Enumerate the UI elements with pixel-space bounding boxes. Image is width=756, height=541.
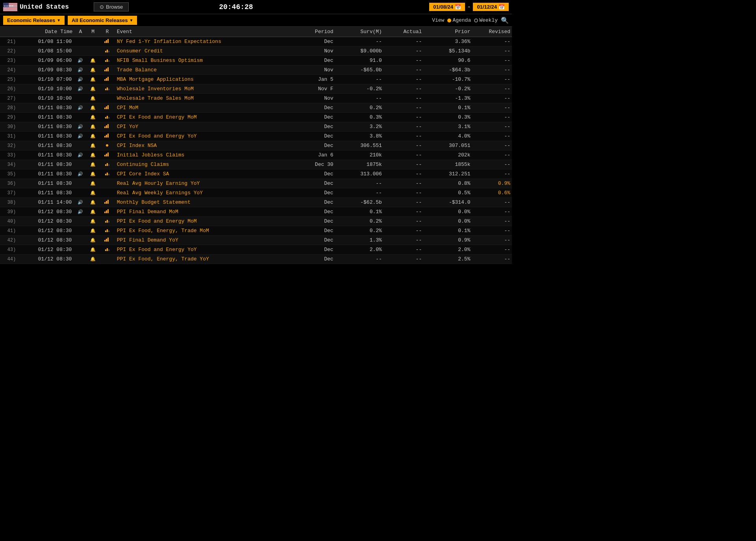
row-datetime: 01/08 11:00 <box>17 37 74 46</box>
col-r: R <box>99 27 115 37</box>
row-alert: 🔔 <box>87 75 99 84</box>
row-actual: -- <box>384 198 423 207</box>
table-row[interactable]: 34) 01/11 08:30 🔔 Continuing Claims Dec … <box>0 160 512 169</box>
row-importance <box>99 75 115 84</box>
row-actual: -- <box>384 132 423 141</box>
row-surv: -0.2% <box>335 84 384 94</box>
svg-rect-63 <box>107 238 109 242</box>
agenda-radio[interactable]: Agenda <box>447 17 471 23</box>
table-row[interactable]: 38) 01/11 14:00 🔊 🔔 Monthly Budget State… <box>0 198 512 207</box>
subcategory-dropdown-arrow: ▼ <box>129 18 133 22</box>
row-event[interactable]: NFIB Small Business Optimism <box>115 56 298 65</box>
table-row[interactable]: 26) 01/10 10:00 🔊 🔔 Wholesale Inventorie… <box>0 84 512 94</box>
row-event[interactable]: CPI MoM <box>115 103 298 113</box>
row-event[interactable]: PPI Ex Food and Energy MoM <box>115 217 298 226</box>
category-dropdown[interactable]: Economic Releases ▼ <box>3 16 65 25</box>
row-revised: -- <box>472 207 512 217</box>
table-row[interactable]: 32) 01/11 08:30 🔔 CPI Index NSA Dec 306.… <box>0 141 512 151</box>
table-row[interactable]: 21) 01/08 11:00 NY Fed 1-Yr Inflation Ex… <box>0 37 512 46</box>
table-row[interactable]: 43) 01/12 08:30 🔔 PPI Ex Food and Energy… <box>0 245 512 255</box>
browse-button[interactable]: ⊙ Browse <box>94 2 129 11</box>
svg-rect-13 <box>107 50 108 52</box>
row-event[interactable]: Consumer Credit <box>115 46 298 56</box>
table-row[interactable]: 30) 01/11 08:30 🔊 🔔 CPI YoY Dec 3.2% -- … <box>0 122 512 132</box>
row-event[interactable]: Wholesale Trade Sales MoM <box>115 94 298 103</box>
table-row[interactable]: 29) 01/11 08:30 🔔 CPI Ex Food and Energy… <box>0 113 512 122</box>
row-event[interactable]: Monthly Budget Statement <box>115 198 298 207</box>
date-to-button[interactable]: 01/12/24 📅 <box>473 3 509 11</box>
row-event[interactable]: Continuing Claims <box>115 160 298 169</box>
table-row[interactable]: 22) 01/08 15:00 Consumer Credit Nov $9.0… <box>0 46 512 56</box>
table-row[interactable]: 41) 01/12 08:30 🔔 PPI Ex Food, Energy, T… <box>0 226 512 236</box>
svg-rect-20 <box>107 67 109 71</box>
row-event[interactable]: Initial Jobless Claims <box>115 151 298 160</box>
svg-rect-35 <box>107 124 109 128</box>
table-header-row: Date Time A M R Event Period Sur <box>0 27 512 37</box>
table-row[interactable]: 36) 01/11 08:30 🔔 Real Avg Hourly Earnin… <box>0 179 512 188</box>
row-event[interactable]: Trade Balance <box>115 65 298 75</box>
row-prior: 0.1% <box>423 226 472 236</box>
row-number: 22) <box>0 46 17 56</box>
table-row[interactable]: 25) 01/10 07:00 🔊 🔔 MBA Mortgage Applica… <box>0 75 512 84</box>
us-flag-icon: ★★★★★★ <box>3 3 17 11</box>
row-datetime: 01/11 08:30 <box>17 122 74 132</box>
row-event[interactable]: PPI Final Demand YoY <box>115 236 298 245</box>
col-surv: Surv(M) <box>335 27 384 37</box>
row-event[interactable]: CPI Ex Food and Energy MoM <box>115 113 298 122</box>
svg-rect-21 <box>104 79 106 81</box>
country-selector[interactable]: ★★★★★★ United States <box>3 3 90 11</box>
row-event[interactable]: NY Fed 1-Yr Inflation Expectations <box>115 37 298 46</box>
row-event[interactable]: Real Avg Weekly Earnings YoY <box>115 188 298 198</box>
row-actual: -- <box>384 207 423 217</box>
weekly-radio[interactable]: Weekly <box>474 17 498 23</box>
search-button[interactable]: 🔍 <box>501 17 509 24</box>
row-event[interactable]: CPI Index NSA <box>115 141 298 151</box>
row-alert: 🔔 <box>87 245 99 255</box>
row-event[interactable]: MBA Mortgage Applications <box>115 75 298 84</box>
row-datetime: 01/11 08:30 <box>17 151 74 160</box>
row-number: 33) <box>0 151 17 160</box>
svg-rect-48 <box>108 174 109 175</box>
row-prior: 307.051 <box>423 141 472 151</box>
row-event[interactable]: PPI Ex Food, Energy, Trade YoY <box>115 255 298 264</box>
table-row[interactable]: 37) 01/11 08:30 🔔 Real Avg Weekly Earnin… <box>0 188 512 198</box>
table-row[interactable]: 35) 01/11 08:30 🔊 🔔 CPI Core Index SA De… <box>0 169 512 179</box>
col-period: Period <box>298 27 335 37</box>
row-event[interactable]: PPI Ex Food, Energy, Trade MoM <box>115 226 298 236</box>
row-event[interactable]: CPI YoY <box>115 122 298 132</box>
row-surv: $9.000b <box>335 46 384 56</box>
row-datetime: 01/12 08:30 <box>17 217 74 226</box>
row-audio <box>74 236 87 245</box>
table-row[interactable]: 24) 01/09 08:30 🔊 🔔 Trade Balance Nov -$… <box>0 65 512 75</box>
table-row[interactable]: 42) 01/12 08:30 🔔 PPI Final Demand YoY D… <box>0 236 512 245</box>
row-datetime: 01/11 08:30 <box>17 188 74 198</box>
row-audio <box>74 141 87 151</box>
col-datetime: Date Time <box>0 27 74 37</box>
subcategory-dropdown[interactable]: All Economic Releases ▼ <box>68 16 137 25</box>
table-row[interactable]: 23) 01/09 06:00 🔊 🔔 NFIB Small Business … <box>0 56 512 65</box>
col-actual: Actual <box>384 27 423 37</box>
row-period: Nov <box>298 65 335 75</box>
row-event[interactable]: PPI Final Demand MoM <box>115 207 298 217</box>
table-row[interactable]: 31) 01/11 08:30 🔊 🔔 CPI Ex Food and Ener… <box>0 132 512 141</box>
row-audio: 🔊 <box>74 103 87 113</box>
row-event[interactable]: Wholesale Inventories MoM <box>115 84 298 94</box>
date-from-button[interactable]: 01/08/24 📅 <box>429 3 465 11</box>
row-importance <box>99 103 115 113</box>
table-row[interactable]: 39) 01/12 08:30 🔊 🔔 PPI Final Demand MoM… <box>0 207 512 217</box>
table-body: 21) 01/08 11:00 NY Fed 1-Yr Inflation Ex… <box>0 37 512 264</box>
row-revised: -- <box>472 56 512 65</box>
table-row[interactable]: 33) 01/11 08:30 🔊 🔔 Initial Jobless Clai… <box>0 151 512 160</box>
col-event: Event <box>115 27 298 37</box>
table-row[interactable]: 27) 01/10 10:00 🔔 Wholesale Trade Sales … <box>0 94 512 103</box>
table-row[interactable]: 28) 01/11 08:30 🔊 🔔 CPI MoM Dec 0.2% -- … <box>0 103 512 113</box>
row-event[interactable]: Real Avg Hourly Earning YoY <box>115 179 298 188</box>
row-datetime: 01/11 08:30 <box>17 103 74 113</box>
table-row[interactable]: 44) 01/12 08:30 🔔 PPI Ex Food, Energy, T… <box>0 255 512 264</box>
row-event[interactable]: PPI Ex Food and Energy YoY <box>115 245 298 255</box>
row-actual: -- <box>384 169 423 179</box>
table-row[interactable]: 40) 01/12 08:30 🔔 PPI Ex Food and Energy… <box>0 217 512 226</box>
row-event[interactable]: CPI Ex Food and Energy YoY <box>115 132 298 141</box>
row-event[interactable]: CPI Core Index SA <box>115 169 298 179</box>
row-revised: 0.6% <box>472 188 512 198</box>
